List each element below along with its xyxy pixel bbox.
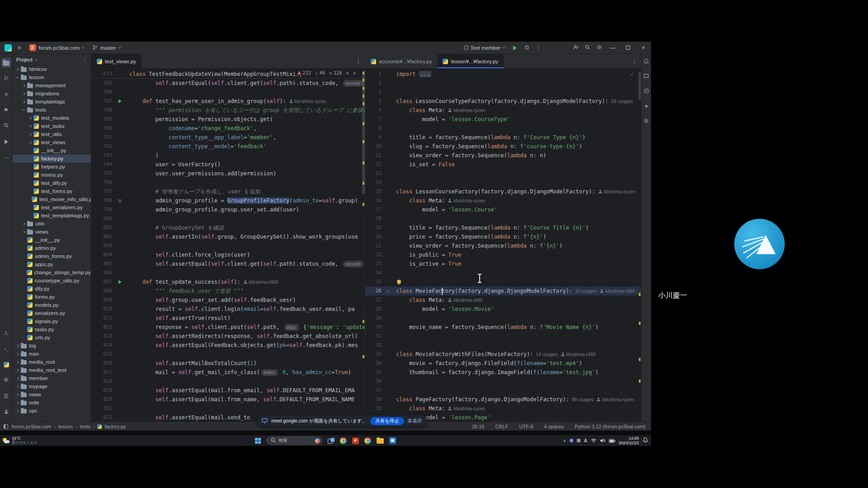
weather-widget[interactable]: 15°C 曇りのちくもり [3, 436, 38, 445]
tree-item-management[interactable]: management [13, 81, 91, 89]
line-number[interactable]: 18 [365, 214, 383, 223]
chevron-icon[interactable] [16, 401, 19, 404]
warning-stripe-mark[interactable] [363, 161, 364, 164]
commit-tool-icon[interactable] [1, 74, 11, 84]
terminal-tool-icon[interactable]: >_ [1, 344, 11, 354]
run-configuration-selector[interactable]: Test member [461, 43, 508, 53]
code-line-37[interactable]: 37 [365, 386, 641, 395]
code-line-4[interactable]: 4 [365, 88, 641, 97]
tree-item-opc[interactable]: opc [13, 407, 91, 415]
code-line-18[interactable]: 18 [365, 214, 641, 223]
code-line-16[interactable]: 16 class Meta: kbrahma-ryzen [365, 196, 641, 205]
code-line-788[interactable]: 788 """ permission を有しているユーザは group を管理し… [91, 106, 365, 115]
line-number[interactable]: 795 [91, 169, 114, 178]
line-number[interactable]: 7 [365, 115, 383, 124]
line-number[interactable]: 38 [365, 395, 383, 404]
line-number[interactable]: 12 [365, 160, 383, 169]
code-line-19[interactable]: 19 title = factory.Sequence(lambda n: f'… [365, 223, 641, 232]
code-line-818[interactable]: 818 [91, 377, 365, 386]
line-number[interactable]: 4 [365, 88, 383, 97]
line-number[interactable]: 815 [91, 350, 114, 359]
code-line-789[interactable]: 789 permission = Permission.objects.get( [91, 115, 365, 124]
line-number[interactable]: 812 [91, 323, 114, 332]
code-line-796[interactable]: 796 [91, 178, 365, 187]
warning-stripe-mark[interactable] [639, 293, 641, 296]
tree-item-helpers.py[interactable]: helpers.py [13, 163, 91, 171]
warning-stripe-mark[interactable] [363, 320, 364, 323]
line-number[interactable]: 35 [365, 368, 383, 377]
line-number[interactable]: 23 [365, 259, 383, 268]
line-number[interactable]: 817 [91, 368, 114, 377]
breadcrumb[interactable]: forum.pc5bai.com› lesson› tests› factory… [12, 424, 126, 429]
todo-tool-icon[interactable]: ☰ [1, 391, 11, 401]
breadcrumb-lesson[interactable]: lesson [58, 424, 73, 429]
line-number[interactable]: 33 [365, 350, 383, 359]
ai-chat-icon[interactable] [643, 73, 649, 81]
indent-setting[interactable]: 4 spaces [544, 424, 564, 429]
code-line-32[interactable]: 32 [365, 341, 641, 350]
tree-item-dify.py[interactable]: dify.py [13, 285, 91, 293]
warning-stripe-mark[interactable] [363, 140, 364, 143]
line-number[interactable]: 797 [91, 187, 114, 196]
database-tool-icon[interactable] [644, 88, 649, 96]
code-line-29[interactable]: 29 [365, 314, 641, 323]
settings-button[interactable] [594, 43, 604, 53]
inspections-ok-icon[interactable]: ✓ [631, 71, 634, 77]
breadcrumb-file[interactable]: factory.py [104, 424, 126, 429]
breadcrumb-project[interactable]: forum.pc5bai.com [12, 424, 51, 429]
line-number[interactable]: 8 [365, 124, 383, 133]
code-line-806[interactable]: 806 [91, 268, 365, 277]
code-line-24[interactable]: 24 [365, 268, 641, 277]
chevron-icon[interactable] [22, 108, 25, 111]
line-number[interactable]: 808 [91, 286, 114, 296]
tree-item-forms.py[interactable]: forms.py [13, 293, 91, 301]
line-number[interactable]: 30 [365, 323, 383, 332]
tree-item-news[interactable]: news [13, 390, 91, 399]
prev-problem-button[interactable]: ∧ [346, 70, 349, 75]
project-tool-icon[interactable] [1, 58, 11, 68]
caret-position[interactable]: 26:15 [472, 424, 485, 429]
run-test-icon[interactable] [114, 277, 126, 286]
line-number[interactable]: 803 [91, 241, 114, 250]
tree-item-media_root_test[interactable]: media_root_test [13, 366, 91, 374]
maximize-button[interactable] [620, 42, 636, 54]
line-number[interactable]: 19 [365, 223, 383, 232]
chevron-icon[interactable] [16, 385, 19, 388]
volume-icon[interactable] [600, 436, 605, 445]
ime-indicator[interactable]: A [584, 438, 587, 443]
code-line-17[interactable]: 17 model = 'lesson.Course' [365, 205, 641, 214]
start-button[interactable] [255, 438, 261, 444]
tree-item-coursetype_utils.py[interactable]: coursetype_utils.py [13, 277, 91, 285]
main-menu-button[interactable]: ≡ [14, 43, 25, 53]
code-line-794[interactable]: 794 user = UserFactory() [91, 160, 365, 169]
tree-item-lesson[interactable]: lesson [13, 73, 91, 81]
run-button[interactable] [509, 43, 520, 53]
line-number[interactable]: 9 [365, 133, 383, 142]
tree-item-log[interactable]: log [13, 342, 91, 350]
code-line-819[interactable]: 819 self.assertEqual(mail.from_email, se… [91, 386, 365, 395]
line-number[interactable]: 793 [91, 151, 114, 160]
code-line-14[interactable]: 14 [365, 178, 641, 187]
line-number[interactable]: 5 [365, 97, 383, 106]
line-number[interactable]: 29 [365, 314, 383, 323]
project-selector[interactable]: F forum.pc5bai.com [26, 43, 87, 53]
tree-item-factory.py[interactable]: factory.py [13, 155, 91, 163]
tree-item-htmlcov[interactable]: htmlcov [13, 65, 91, 73]
code-line-11[interactable]: 11 view_order = factory.Sequence(lambda … [365, 151, 641, 160]
inspections-widget[interactable]: 222 ⚠46 ≈128 ∧ ∨ [296, 70, 358, 75]
chevron-icon[interactable] [16, 344, 19, 347]
code-line-28[interactable]: 28 model = 'lesson.Movie' [365, 305, 641, 314]
tree-item-mixins.py[interactable]: mixins.py [13, 171, 91, 179]
warning-stripe-mark[interactable] [363, 355, 364, 358]
line-number[interactable]: 21 [365, 241, 383, 250]
warning-stripe-mark[interactable] [639, 380, 641, 383]
line-number[interactable]: 24 [365, 268, 383, 277]
line-number[interactable]: 32 [365, 341, 383, 350]
bookmarks-tool-icon[interactable]: ⚑ [1, 105, 11, 115]
services-tool-icon[interactable] [1, 375, 11, 385]
line-number[interactable]: 807 [91, 277, 114, 286]
warning-stripe-mark[interactable] [363, 71, 364, 75]
warning-stripe-mark[interactable] [639, 358, 641, 361]
chrome-icon-2[interactable] [364, 437, 371, 444]
code-line-3[interactable]: 3 [365, 79, 641, 88]
